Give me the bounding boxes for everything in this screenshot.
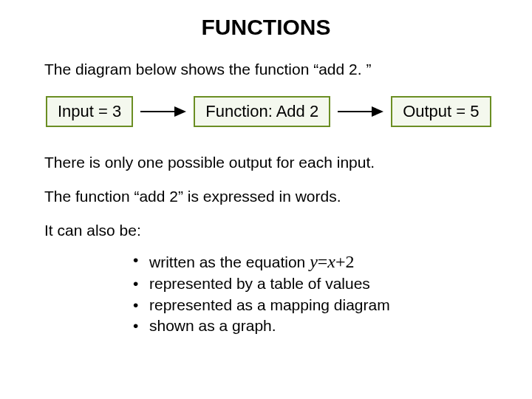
arrow-icon (140, 104, 186, 119)
list-item: represented as a mapping diagram (133, 295, 488, 316)
function-box: Function: Add 2 (194, 96, 330, 127)
equation-eq: = (318, 252, 328, 271)
intro-text: The diagram below shows the function “ad… (44, 61, 488, 78)
arrow-icon (338, 104, 383, 119)
list-item: shown as a graph. (133, 316, 488, 336)
svg-marker-1 (174, 106, 186, 117)
bullet-text: written as the equation (149, 253, 310, 270)
equation-rhs: x (327, 252, 335, 271)
para-expressed-words: The function “add 2” is expressed in wor… (44, 188, 488, 205)
equation-op: + (335, 252, 346, 271)
output-box: Output = 5 (391, 96, 491, 127)
page-title: FUNCTIONS (44, 15, 488, 40)
equation-num: 2 (346, 252, 355, 271)
bullet-list: written as the equation y=x+2 represente… (133, 250, 488, 336)
svg-marker-3 (372, 106, 383, 117)
list-item: written as the equation y=x+2 (133, 250, 488, 273)
lead-text: It can also be: (44, 222, 488, 239)
list-item: represented by a table of values (133, 273, 488, 294)
function-diagram: Input = 3 Function: Add 2 Output = 5 (44, 96, 488, 127)
para-one-output: There is only one possible output for ea… (44, 154, 488, 171)
input-box: Input = 3 (46, 96, 133, 127)
equation-lhs: y (310, 252, 318, 271)
